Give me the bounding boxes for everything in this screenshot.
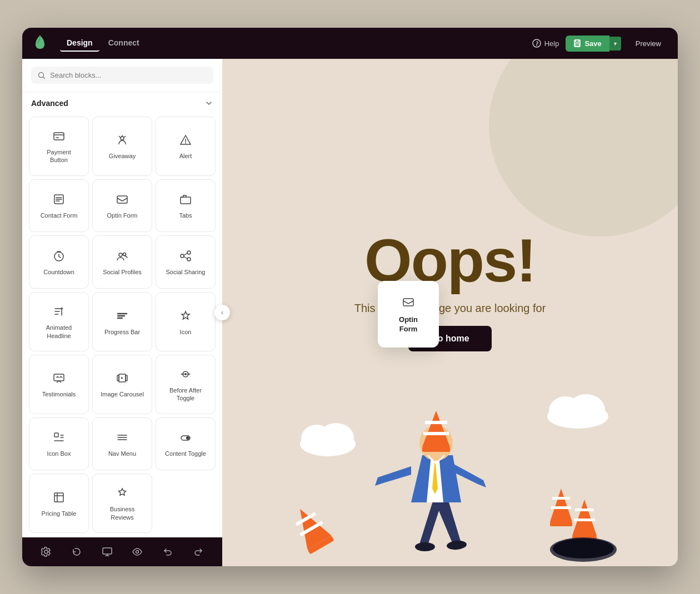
svg-rect-55 xyxy=(403,299,413,306)
block-business-reviews-label: BusinessReviews xyxy=(110,505,135,521)
block-alert-label: Alert xyxy=(179,152,192,160)
block-payment-button[interactable]: PaymentButton xyxy=(29,117,89,176)
top-bar: Design Connect Help Save xyxy=(22,28,678,59)
content-toggle-icon xyxy=(178,430,193,445)
top-bar-left: Design Connect xyxy=(31,33,146,53)
tabs-icon xyxy=(178,192,193,207)
block-progress-bar-label: Progress Bar xyxy=(104,328,140,336)
block-social-profiles[interactable]: Social Profiles xyxy=(92,235,152,289)
undo-icon[interactable] xyxy=(162,546,173,557)
svg-point-0 xyxy=(533,39,541,47)
svg-point-6 xyxy=(121,137,124,140)
search-icon xyxy=(38,72,46,79)
svg-rect-18 xyxy=(117,375,119,381)
svg-rect-26 xyxy=(103,548,112,554)
tab-connect[interactable]: Connect xyxy=(102,35,146,52)
help-button[interactable]: Help xyxy=(532,39,559,48)
svg-rect-52 xyxy=(422,447,450,452)
block-nav-menu[interactable]: Nav Menu xyxy=(92,417,152,471)
svg-point-48 xyxy=(415,542,435,551)
block-tabs-label: Tabs xyxy=(179,212,192,219)
alert-icon xyxy=(178,132,193,148)
block-optin-form-label: Optin Form xyxy=(107,212,137,219)
svg-rect-5 xyxy=(54,133,64,140)
block-payment-label: PaymentButton xyxy=(47,148,71,164)
svg-rect-19 xyxy=(126,375,127,381)
redo-icon[interactable] xyxy=(193,546,204,557)
business-reviews-icon xyxy=(114,485,130,501)
help-label: Help xyxy=(544,39,559,48)
optin-form-icon xyxy=(114,192,130,207)
svg-rect-3 xyxy=(575,44,579,46)
tab-design[interactable]: Design xyxy=(60,35,99,52)
svg-point-47 xyxy=(553,538,614,558)
svg-point-11 xyxy=(119,253,122,256)
blocks-grid: PaymentButton Giveaway Alert xyxy=(22,112,222,537)
block-contact-form-label: Contact Form xyxy=(41,212,78,219)
svg-rect-40 xyxy=(552,497,570,500)
optin-form-tooltip: Optin Form xyxy=(378,281,439,348)
svg-point-12 xyxy=(123,253,126,256)
svg-rect-8 xyxy=(117,196,127,203)
search-input[interactable] xyxy=(50,71,207,79)
block-pricing-table-label: Pricing Table xyxy=(42,510,77,517)
block-progress-bar[interactable]: Progress Bar xyxy=(92,292,152,351)
svg-point-49 xyxy=(446,540,467,550)
block-before-after-label: Before AfterToggle xyxy=(169,386,202,402)
svg-point-30 xyxy=(318,423,354,452)
svg-rect-44 xyxy=(575,509,594,511)
search-area xyxy=(22,59,222,92)
block-social-sharing-label: Social Sharing xyxy=(166,268,206,276)
svg-point-15 xyxy=(187,258,191,261)
collapse-icon[interactable] xyxy=(204,99,213,108)
social-profiles-icon xyxy=(114,248,130,264)
block-image-carousel[interactable]: Image Carousel xyxy=(92,355,152,414)
contact-form-icon xyxy=(51,192,67,207)
svg-rect-22 xyxy=(54,433,58,437)
block-tabs[interactable]: Tabs xyxy=(156,179,216,233)
before-after-icon xyxy=(178,366,193,382)
history-icon[interactable] xyxy=(71,546,82,557)
block-giveaway[interactable]: Giveaway xyxy=(92,117,152,176)
block-icon-box[interactable]: Icon Box xyxy=(29,417,89,471)
eye-icon[interactable] xyxy=(132,546,143,557)
save-dropdown-button[interactable]: ▾ xyxy=(609,37,621,51)
preview-button[interactable]: Preview xyxy=(628,36,669,52)
sidebar-bottom xyxy=(22,537,222,566)
block-business-reviews[interactable]: BusinessReviews xyxy=(92,474,152,533)
block-social-sharing[interactable]: Social Sharing xyxy=(156,235,216,289)
nav-menu-icon xyxy=(114,430,130,445)
block-before-after[interactable]: Before AfterToggle xyxy=(156,355,216,414)
settings-icon[interactable] xyxy=(41,546,52,557)
svg-rect-41 xyxy=(551,506,571,509)
block-content-toggle-label: Content Toggle xyxy=(165,450,206,457)
icon-block-icon xyxy=(178,308,193,324)
block-testimonials[interactable]: Testimonials xyxy=(29,355,89,414)
desktop-icon[interactable] xyxy=(102,546,113,557)
logo[interactable] xyxy=(31,33,49,53)
block-testimonials-label: Testimonials xyxy=(42,390,76,398)
image-carousel-icon xyxy=(114,370,130,386)
payment-icon xyxy=(51,128,67,144)
svg-point-27 xyxy=(136,551,139,553)
svg-marker-38 xyxy=(550,489,572,522)
save-label: Save xyxy=(584,39,601,48)
svg-point-14 xyxy=(181,254,184,258)
svg-rect-39 xyxy=(550,522,572,526)
block-countdown[interactable]: Countdown xyxy=(29,235,89,289)
svg-rect-45 xyxy=(574,519,595,521)
block-content-toggle[interactable]: Content Toggle xyxy=(156,417,216,471)
block-icon[interactable]: Icon xyxy=(156,292,216,351)
save-button[interactable]: Save xyxy=(566,36,609,52)
svg-rect-53 xyxy=(425,421,447,424)
block-optin-form[interactable]: Optin Form xyxy=(92,179,152,233)
nav-tabs: Design Connect xyxy=(60,35,146,52)
block-nav-menu-label: Nav Menu xyxy=(108,450,136,457)
block-pricing-table[interactable]: Pricing Table xyxy=(29,474,89,533)
sidebar-collapse[interactable]: ‹ xyxy=(214,305,230,320)
tooltip-label: Optin Form xyxy=(389,315,428,334)
block-social-profiles-label: Social Profiles xyxy=(103,268,142,276)
block-animated-headline[interactable]: AnimatedHeadline xyxy=(29,292,89,351)
block-contact-form[interactable]: Contact Form xyxy=(29,179,89,233)
block-alert[interactable]: Alert xyxy=(156,117,216,176)
